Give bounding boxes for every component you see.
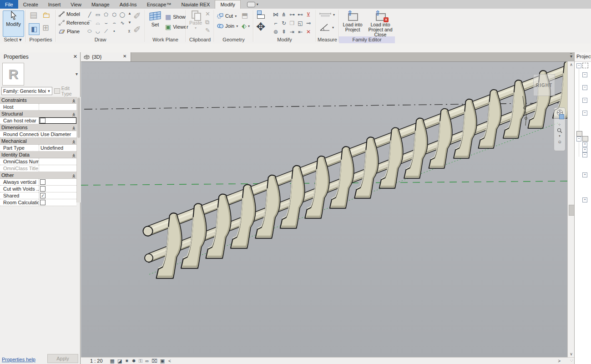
ribbon-tab-view[interactable]: View bbox=[66, 0, 86, 9]
collapse-chevron-icon[interactable]: ≫ bbox=[71, 138, 76, 144]
panel-label-properties[interactable]: Properties bbox=[26, 36, 56, 43]
panel-label-modify[interactable]: Modify bbox=[253, 36, 316, 43]
property-group-header[interactable]: Other≫ bbox=[0, 172, 76, 179]
tree-node[interactable]: + bbox=[582, 142, 587, 147]
scroll-down-icon[interactable]: ∨ bbox=[568, 352, 575, 356]
family-category-icon[interactable]: 🗀 bbox=[42, 11, 51, 19]
pan-dots-icon[interactable]: ⁘ bbox=[558, 123, 561, 127]
lower-rail-tube[interactable] bbox=[149, 91, 564, 263]
modify-tool-rotate-icon[interactable]: ↻ bbox=[280, 19, 288, 27]
property-group-header[interactable]: Structural≫ bbox=[0, 111, 76, 117]
modify-tool-scale-icon[interactable]: ◱ bbox=[296, 19, 304, 27]
view-control-collapse-icon[interactable]: < bbox=[168, 359, 171, 364]
navbar-more-icon[interactable]: ▾ bbox=[559, 134, 561, 138]
property-value[interactable] bbox=[39, 104, 76, 110]
apply-button[interactable]: Apply bbox=[47, 354, 78, 363]
property-value[interactable] bbox=[39, 158, 76, 165]
collapse-box-icon[interactable]: − bbox=[582, 85, 587, 90]
view-tab-overflow-icon[interactable]: ▾ bbox=[570, 53, 572, 59]
measure-angle-button[interactable]: ▾ bbox=[319, 23, 334, 31]
collapse-box-icon[interactable]: − bbox=[576, 63, 581, 68]
modify-tool-pin-icon[interactable]: ⊸ bbox=[304, 19, 313, 27]
expand-box-icon[interactable]: + bbox=[582, 142, 587, 147]
checkbox-checked-icon[interactable]: ✓ bbox=[40, 193, 45, 198]
ribbon-display-toggle[interactable]: ▾ bbox=[244, 0, 261, 9]
panel-label-select[interactable]: Select ▾ bbox=[0, 36, 25, 43]
collapse-box-icon[interactable]: − bbox=[582, 72, 587, 77]
modify-tool-join-geometry-icon[interactable]: ⊚ bbox=[272, 27, 280, 36]
collapse-box-icon[interactable]: − bbox=[582, 98, 587, 103]
modify-tool-unpin-icon[interactable]: ⊻ bbox=[304, 10, 313, 19]
panel-label-geometry[interactable]: Geometry bbox=[214, 36, 253, 43]
crop-view-icon[interactable]: ⌧ bbox=[152, 358, 157, 364]
draw-tool-rectangle-icon[interactable]: ▭ bbox=[94, 10, 102, 19]
full-navigation-cube-icon[interactable] bbox=[559, 114, 564, 119]
panel-label-measure[interactable]: Measure bbox=[316, 36, 338, 43]
tree-node-families[interactable]: − bbox=[576, 136, 588, 142]
draw-model-line[interactable]: Model bbox=[59, 11, 80, 17]
property-value[interactable] bbox=[39, 179, 76, 185]
draw-tool-start-end-radius-arc-icon[interactable]: ⌒ bbox=[86, 19, 94, 27]
property-value[interactable] bbox=[39, 199, 76, 206]
property-group-header[interactable]: Constraints≫ bbox=[0, 97, 76, 104]
properties-scrollbar[interactable] bbox=[76, 97, 81, 202]
checkbox-unchecked-icon[interactable] bbox=[40, 200, 45, 205]
draw-tool-fillet-arc-icon[interactable]: ⌢ bbox=[110, 19, 118, 27]
zoom-icon[interactable] bbox=[557, 128, 562, 133]
draw-grid-scroll-down[interactable]: ▼ bbox=[128, 20, 131, 25]
modify-tool-delete-icon[interactable]: ✕ bbox=[304, 27, 313, 36]
tree-node-views-root[interactable]: − bbox=[576, 63, 588, 68]
type-selector[interactable]: Family: Generic Mod ▾ bbox=[1, 87, 52, 95]
panel-label-draw[interactable]: Draw bbox=[56, 36, 145, 43]
draw-tool-ellipse-icon[interactable]: ⬭ bbox=[86, 27, 94, 35]
draw-plane[interactable]: Plane bbox=[59, 29, 80, 34]
project-browser-tree[interactable]: −−−−−−++−++ bbox=[575, 61, 591, 364]
view-scale[interactable]: 1 : 20 bbox=[90, 358, 103, 364]
visual-style-icon[interactable]: ◪ bbox=[117, 358, 122, 364]
collapse-chevron-icon[interactable]: ≫ bbox=[71, 97, 76, 103]
properties-palette-icon[interactable]: ◧ bbox=[29, 23, 40, 35]
tree-node[interactable]: − bbox=[582, 72, 587, 77]
load-into-project-button[interactable]: ⇧ Load into Project bbox=[340, 10, 365, 32]
draw-tool-pick-lines-icon[interactable]: ⟋ bbox=[102, 27, 110, 35]
property-group-header[interactable]: Mechanical≫ bbox=[0, 138, 76, 145]
tree-node[interactable]: − bbox=[582, 98, 587, 103]
canvas-vertical-scrollbar[interactable]: ∧ ∨ bbox=[567, 61, 574, 357]
shadows-icon[interactable]: ✹ bbox=[132, 358, 136, 364]
panel-label-work-plane[interactable]: Work Plane bbox=[145, 36, 186, 43]
ribbon-tab-manage[interactable]: Manage bbox=[86, 0, 115, 9]
paint-connector-icon[interactable]: ⬖ bbox=[242, 22, 247, 30]
draw-tool-partial-ellipse-icon[interactable]: ◡ bbox=[94, 27, 102, 35]
drawing-area[interactable]: RIGHT ⁘ ▾ ⊖ bbox=[81, 61, 567, 358]
property-value[interactable] bbox=[39, 117, 76, 124]
draw-tool-spline-icon[interactable]: ∿ bbox=[118, 19, 126, 27]
type-selector-dropdown-icon[interactable]: ▾ bbox=[45, 89, 52, 93]
draw-tool-point-icon[interactable]: • bbox=[110, 27, 118, 35]
checkbox-unchecked-icon[interactable] bbox=[40, 179, 45, 185]
draw-tool-circle-icon[interactable]: ◯ bbox=[118, 10, 126, 19]
property-value[interactable]: Undefined bbox=[39, 145, 76, 151]
family-connectors-icon[interactable]: ⊞ bbox=[42, 24, 49, 31]
sun-path-icon[interactable]: ✷ bbox=[125, 358, 129, 364]
draw-grid-expand[interactable]: ⊼ bbox=[128, 30, 131, 34]
draw-tool-center-ends-arc-icon[interactable]: ⌓ bbox=[94, 19, 102, 27]
view-tab-close-icon[interactable]: ✕ bbox=[123, 54, 126, 59]
property-value[interactable]: Use Diameter bbox=[39, 131, 76, 137]
expand-box-icon[interactable]: + bbox=[582, 147, 587, 152]
load-into-project-and-close-button[interactable]: ⇧✕ Load into Project and Close bbox=[366, 10, 394, 37]
ribbon-tab-naviate-rex[interactable]: Naviate REX bbox=[176, 0, 215, 9]
collapse-box-icon[interactable]: − bbox=[582, 152, 587, 157]
ribbon-tab-modify[interactable]: Modify bbox=[215, 0, 240, 9]
property-group-header[interactable]: Identity Data≫ bbox=[0, 152, 76, 158]
checkbox-unchecked-icon[interactable] bbox=[40, 186, 45, 192]
navbar-minimize-icon[interactable]: ⊖ bbox=[558, 140, 561, 144]
property-value[interactable]: ✓ bbox=[39, 192, 76, 199]
tree-node[interactable]: + bbox=[582, 197, 587, 202]
draw-tool-tangent-arc-icon[interactable]: ⌣ bbox=[102, 19, 110, 27]
draw-tool-circumscribed-polygon-icon[interactable]: ⬡ bbox=[110, 10, 118, 19]
paste-button[interactable]: Paste ▾ bbox=[189, 10, 202, 30]
join-geometry-button[interactable]: Join▾ bbox=[217, 23, 238, 29]
expand-box-icon[interactable]: + bbox=[582, 197, 587, 202]
ribbon-tab-file[interactable]: File bbox=[0, 0, 18, 9]
ribbon-tab-create[interactable]: Create bbox=[18, 0, 43, 9]
